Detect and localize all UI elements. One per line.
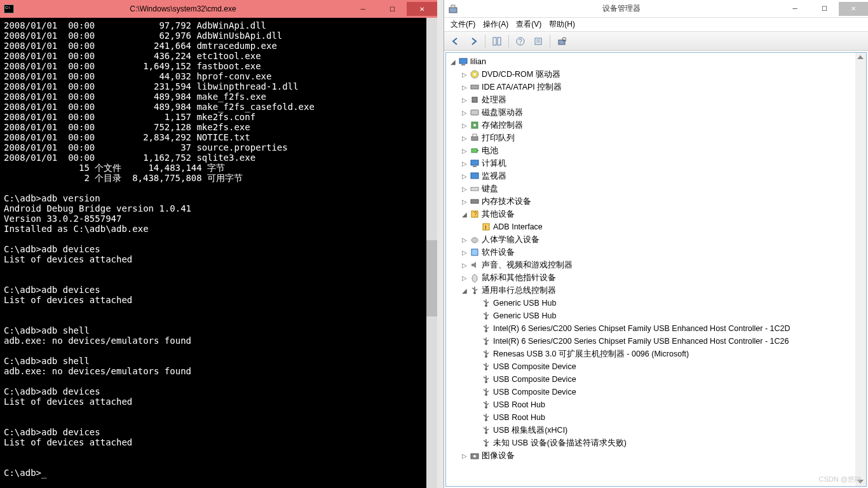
menu-help[interactable]: 帮助(H) [549, 19, 575, 30]
tree-label: 处理器 [480, 95, 506, 105]
tree-category[interactable]: ▷计算机 [446, 157, 866, 170]
tree-category[interactable]: ▷键盘 [446, 182, 866, 195]
tree-category[interactable]: ▷DVD/CD-ROM 驱动器 [446, 68, 866, 81]
tree-usb-device[interactable]: USB Root Hub [446, 411, 866, 424]
expander-icon[interactable]: ▷ [460, 135, 469, 142]
scrollbar-thumb[interactable] [426, 240, 437, 316]
svg-rect-21 [473, 134, 477, 137]
minimize-button[interactable]: ─ [780, 2, 810, 16]
tree-usb-device[interactable]: Intel(R) 6 Series/C200 Series Chipset Fa… [446, 322, 866, 335]
tree-usb-device[interactable]: Intel(R) 6 Series/C200 Series Chipset Fa… [446, 335, 866, 348]
properties-button[interactable] [531, 34, 546, 49]
close-button[interactable]: ✕ [839, 2, 868, 16]
svg-text:?: ? [473, 211, 477, 218]
scrollbar[interactable] [426, 18, 437, 488]
expander-icon[interactable]: ▷ [460, 452, 469, 459]
tree-usb-device[interactable]: Generic USB Hub [446, 309, 866, 322]
imaging-icon [469, 451, 480, 461]
cmd-output[interactable]: 2008/01/01 00:00 97,792 AdbWinApi.dll 20… [0, 18, 437, 488]
svg-rect-1 [451, 5, 455, 8]
expander-icon[interactable]: ▷ [460, 173, 469, 180]
expander-icon[interactable]: ▷ [460, 186, 469, 193]
expander-icon[interactable]: ▷ [460, 160, 469, 167]
tree-usb-device[interactable]: USB Composite Device [446, 386, 866, 398]
tree-category[interactable]: ▷内存技术设备 [446, 195, 866, 208]
printer-icon [469, 133, 480, 143]
background-strip [437, 0, 444, 488]
tree-category[interactable]: ▷软件设备 [446, 246, 866, 259]
tree-other-devices[interactable]: ◢?其他设备 [446, 208, 866, 220]
tree-category[interactable]: ▷鼠标和其他指针设备 [446, 271, 866, 284]
usb-icon [480, 400, 492, 410]
tree-usb-device[interactable]: Generic USB Hub [446, 297, 866, 309]
tree-label: DVD/CD-ROM 驱动器 [480, 69, 560, 80]
svg-point-14 [473, 73, 476, 76]
tree-imaging[interactable]: ▷图像设备 [446, 449, 866, 462]
menu-view[interactable]: 查看(V) [516, 19, 541, 30]
expander-icon[interactable]: ◢ [449, 58, 458, 65]
menu-file[interactable]: 文件(F) [451, 19, 475, 30]
disk-icon [469, 107, 480, 118]
tree-label: 通用串行总线控制器 [480, 285, 556, 296]
expander-icon[interactable]: ▷ [460, 71, 469, 78]
storage-icon [469, 120, 480, 130]
tree-usb-device[interactable]: USB 根集线器(xHCI) [446, 424, 866, 437]
expander-icon[interactable]: ▷ [460, 249, 469, 256]
minimize-button[interactable]: ─ [348, 2, 377, 16]
tree-usb-device[interactable]: 未知 USB 设备(设备描述符请求失败) [446, 437, 866, 449]
svg-rect-9 [559, 40, 565, 44]
expander-icon[interactable]: ▷ [460, 236, 469, 243]
show-hide-tree-button[interactable] [489, 34, 505, 49]
tree-category[interactable]: ▷存储控制器 [446, 119, 866, 132]
tree-usb-device[interactable]: USB Composite Device [446, 360, 866, 373]
close-button[interactable]: ✕ [407, 2, 437, 16]
device-tree[interactable]: ◢lilian▷DVD/CD-ROM 驱动器▷IDE ATA/ATAPI 控制器… [445, 52, 867, 487]
tree-adb-interface[interactable]: !ADB Interface [446, 220, 866, 233]
tree-label: 未知 USB 设备(设备描述符请求失败) [492, 438, 627, 449]
tree-category[interactable]: ▷处理器 [446, 93, 866, 106]
menu-action[interactable]: 操作(A) [483, 19, 508, 30]
tree-category[interactable]: ▷磁盘驱动器 [446, 106, 866, 119]
expander-icon[interactable]: ▷ [460, 97, 469, 104]
scan-hardware-button[interactable] [554, 34, 569, 49]
tree-usb-device[interactable]: Renesas USB 3.0 可扩展主机控制器 - 0096 (Microso… [446, 348, 866, 360]
dm-titlebar[interactable]: 设备管理器 ─ ☐ ✕ [444, 0, 868, 18]
maximize-button[interactable]: ☐ [810, 2, 839, 16]
tree-category[interactable]: ▷IDE ATA/ATAPI 控制器 [446, 81, 866, 93]
tree-category[interactable]: ▷监视器 [446, 170, 866, 182]
tree-label: 磁盘驱动器 [480, 107, 523, 118]
svg-rect-34 [471, 249, 478, 255]
tree-label: Generic USB Hub [492, 299, 556, 308]
tree-category[interactable]: ▷电池 [446, 144, 866, 157]
maximize-button[interactable]: ☐ [377, 2, 407, 16]
forward-button[interactable] [466, 34, 481, 49]
audio-icon [469, 260, 480, 270]
scrollbar[interactable] [855, 53, 866, 486]
usb-icon [480, 323, 492, 334]
tree-usb-device[interactable]: USB Root Hub [446, 398, 866, 411]
expander-icon[interactable]: ◢ [460, 287, 469, 294]
expander-icon[interactable]: ▷ [460, 147, 469, 154]
svg-rect-15 [471, 85, 478, 89]
expander-icon[interactable]: ◢ [460, 211, 469, 218]
tree-category[interactable]: ▷人体学输入设备 [446, 233, 866, 246]
expander-icon[interactable]: ▷ [460, 122, 469, 129]
expander-icon[interactable]: ▷ [460, 109, 469, 116]
expander-icon[interactable]: ▷ [460, 198, 469, 205]
cpu-icon [469, 95, 480, 105]
tree-root-node[interactable]: ◢lilian [446, 55, 866, 68]
expander-icon[interactable]: ▷ [460, 84, 469, 91]
tree-category[interactable]: ▷声音、视频和游戏控制器 [446, 259, 866, 271]
help-button[interactable]: ? [513, 34, 528, 49]
back-button[interactable] [448, 34, 463, 49]
tree-label: 监视器 [480, 171, 506, 182]
cmd-titlebar[interactable]: C:\Windows\system32\cmd.exe ─ ☐ ✕ [0, 0, 437, 18]
tree-label: USB Root Hub [492, 400, 545, 409]
usb-icon [480, 362, 492, 372]
expander-icon[interactable]: ▷ [460, 262, 469, 269]
tree-usb-controllers[interactable]: ◢通用串行总线控制器 [446, 284, 866, 297]
tree-usb-device[interactable]: USB Composite Device [446, 373, 866, 386]
tree-label: 声音、视频和游戏控制器 [480, 260, 573, 271]
tree-category[interactable]: ▷打印队列 [446, 132, 866, 144]
expander-icon[interactable]: ▷ [460, 274, 469, 281]
